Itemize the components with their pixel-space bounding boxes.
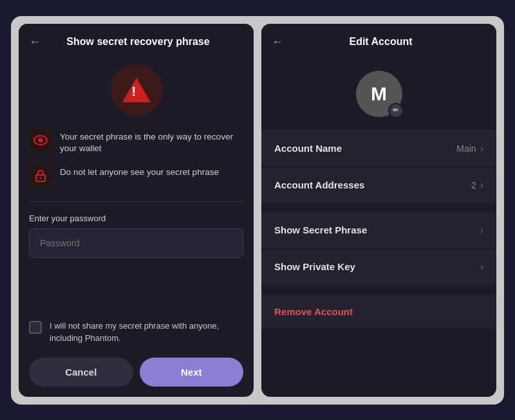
warning-item-2: Do not let anyone see your secret phrase [29, 164, 243, 187]
avatar-section: M ✏ [261, 58, 496, 123]
account-addresses-item[interactable]: Account Addresses 2 › [261, 168, 496, 203]
account-addresses-value: 2 [471, 180, 476, 190]
account-name-label: Account Name [274, 143, 456, 154]
left-panel: ← Show secret recovery phrase Your secre… [19, 24, 254, 397]
avatar: M ✏ [356, 71, 402, 117]
eye-icon [29, 129, 52, 152]
bottom-buttons: Cancel Next [19, 358, 254, 387]
warning-icon-circle [111, 64, 162, 116]
right-panel: ← Edit Account M ✏ Account Name Main › A… [261, 24, 496, 397]
divider [29, 201, 243, 202]
password-input[interactable] [29, 228, 243, 258]
avatar-edit-button[interactable]: ✏ [388, 103, 404, 118]
left-back-button[interactable]: ← [29, 35, 41, 49]
show-private-key-item[interactable]: Show Private Key › [261, 250, 496, 284]
show-secret-phrase-label: Show Secret Phrase [274, 224, 480, 235]
account-name-chevron: › [480, 143, 483, 154]
account-name-value: Main [456, 143, 476, 154]
account-addresses-label: Account Addresses [274, 179, 471, 190]
right-header: ← Edit Account [261, 24, 496, 58]
right-back-button[interactable]: ← [272, 35, 283, 49]
menu-separator-2 [261, 286, 496, 293]
show-secret-phrase-item[interactable]: Show Secret Phrase › [261, 213, 496, 248]
warning-text-2: Do not let anyone see your secret phrase [60, 164, 219, 179]
consent-label: I will not share my secret phrase with a… [50, 320, 243, 345]
show-private-key-label: Show Private Key [274, 261, 480, 272]
remove-account-item[interactable]: Remove Account [261, 295, 496, 329]
account-name-item[interactable]: Account Name Main › [261, 131, 496, 166]
svg-point-3 [40, 178, 42, 179]
left-header: ← Show secret recovery phrase [19, 24, 254, 58]
show-private-key-chevron: › [480, 261, 483, 273]
next-button[interactable]: Next [140, 358, 244, 387]
consent-row: I will not share my secret phrase with a… [19, 307, 254, 358]
account-addresses-chevron: › [480, 179, 483, 191]
consent-checkbox[interactable] [29, 321, 42, 334]
password-label: Enter your password [19, 214, 254, 228]
cancel-button[interactable]: Cancel [29, 358, 133, 387]
show-secret-phrase-chevron: › [480, 224, 483, 236]
warning-text-1: Your secret phrase is the only way to re… [60, 129, 243, 156]
remove-account-label: Remove Account [274, 306, 483, 317]
menu-separator [261, 205, 496, 211]
right-panel-title: Edit Account [291, 36, 486, 48]
left-panel-title: Show secret recovery phrase [48, 36, 243, 48]
warning-item-1: Your secret phrase is the only way to re… [29, 129, 243, 156]
svg-point-1 [39, 138, 43, 142]
account-menu-list: Account Name Main › Account Addresses 2 … [261, 123, 496, 397]
lock-person-icon [29, 164, 52, 187]
warning-triangle-icon [122, 78, 151, 102]
warning-items-list: Your secret phrase is the only way to re… [19, 129, 254, 188]
